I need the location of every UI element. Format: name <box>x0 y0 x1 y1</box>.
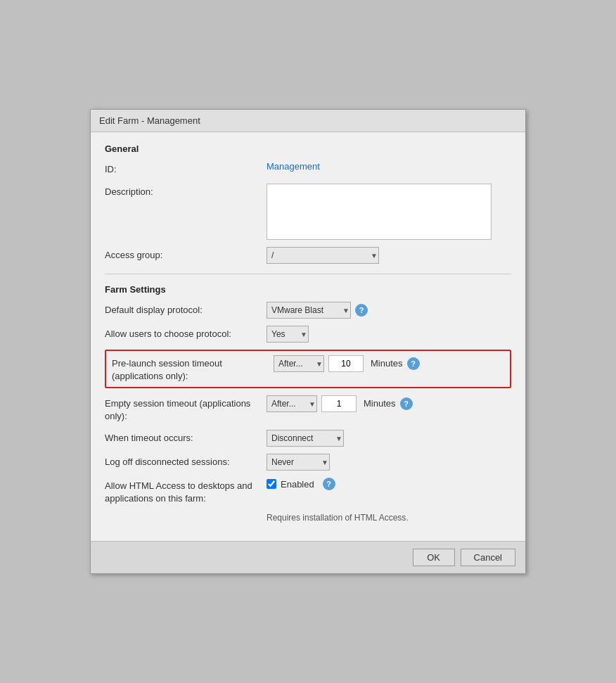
dialog-title: Edit Farm - Management <box>99 115 200 126</box>
access-group-control: / ▼ <box>267 247 511 264</box>
prelaunch-help-icon[interactable]: ? <box>407 357 420 370</box>
description-label: Description: <box>105 184 267 198</box>
allow-choose-protocol-control: Yes No ▼ <box>267 326 511 343</box>
empty-session-help-icon[interactable]: ? <box>400 397 413 410</box>
dialog-footer: OK Cancel <box>91 541 525 573</box>
default-protocol-control: VMware Blast ▼ ? <box>267 302 511 319</box>
empty-after-select[interactable]: After... Never <box>267 395 317 412</box>
allow-choose-select-wrapper: Yes No ▼ <box>267 326 309 343</box>
edit-farm-dialog: Edit Farm - Management General ID: Manag… <box>90 109 526 573</box>
html-access-label: Allow HTML Access to desktops and applic… <box>105 478 267 505</box>
access-group-select[interactable]: / <box>267 247 379 264</box>
access-group-row: Access group: / ▼ <box>105 247 511 264</box>
access-group-select-wrapper: / ▼ <box>267 247 379 264</box>
logoff-row: Log off disconnected sessions: Never Imm… <box>105 454 511 471</box>
id-value-container: Management <box>267 161 511 172</box>
id-value-link[interactable]: Management <box>267 161 320 172</box>
html-access-control: Enabled ? <box>267 478 511 490</box>
html-access-note: Requires installation of HTML Access. <box>267 513 511 523</box>
default-protocol-row: Default display protocol: VMware Blast ▼… <box>105 302 511 319</box>
empty-session-timeout-control: After... Never ▼ Minutes ? <box>267 395 511 412</box>
dialog-title-bar: Edit Farm - Management <box>91 110 525 132</box>
prelaunch-minutes-input[interactable] <box>328 355 364 372</box>
ok-button[interactable]: OK <box>413 549 455 566</box>
prelaunch-after-select[interactable]: After... Never <box>274 355 324 372</box>
when-timeout-select[interactable]: Disconnect Log off <box>267 430 344 447</box>
description-control <box>267 184 511 240</box>
logoff-control: Never Immediately ▼ <box>267 454 511 471</box>
allow-choose-protocol-row: Allow users to choose protocol: Yes No ▼ <box>105 326 511 343</box>
default-protocol-select[interactable]: VMware Blast <box>267 302 351 319</box>
prelaunch-after-select-wrapper: After... Never ▼ <box>274 355 324 372</box>
logoff-select-wrapper: Never Immediately ▼ <box>267 454 330 471</box>
prelaunch-minutes-label: Minutes <box>371 358 403 369</box>
html-access-enabled-label: Enabled <box>281 479 314 490</box>
default-protocol-label: Default display protocol: <box>105 302 267 317</box>
general-section-title: General <box>105 143 511 154</box>
prelaunch-timeout-row: Pre-launch session timeout (applications… <box>112 355 504 383</box>
id-row: ID: Management <box>105 161 511 176</box>
empty-minutes-input[interactable] <box>321 395 357 412</box>
allow-choose-select[interactable]: Yes No <box>267 326 309 343</box>
section-divider <box>105 274 511 274</box>
prelaunch-timeout-label: Pre-launch session timeout (applications… <box>112 355 274 383</box>
empty-minutes-label: Minutes <box>364 398 396 409</box>
prelaunch-timeout-highlighted: Pre-launch session timeout (applications… <box>105 350 511 388</box>
logoff-select[interactable]: Never Immediately <box>267 454 330 471</box>
id-label: ID: <box>105 161 267 176</box>
default-protocol-help-icon[interactable]: ? <box>355 304 368 317</box>
when-timeout-row: When timeout occurs: Disconnect Log off … <box>105 430 511 447</box>
description-input[interactable] <box>267 184 492 240</box>
empty-session-timeout-label: Empty session timeout (applications only… <box>105 395 267 423</box>
empty-session-timeout-row: Empty session timeout (applications only… <box>105 395 511 423</box>
when-timeout-control: Disconnect Log off ▼ <box>267 430 511 447</box>
default-protocol-select-wrapper: VMware Blast ▼ <box>267 302 351 319</box>
empty-after-select-wrapper: After... Never ▼ <box>267 395 317 412</box>
when-timeout-label: When timeout occurs: <box>105 430 267 445</box>
html-access-checkbox-wrapper: Enabled ? <box>267 478 335 490</box>
html-access-checkbox[interactable] <box>267 479 276 489</box>
prelaunch-timeout-control: After... Never ▼ Minutes ? <box>274 355 504 372</box>
html-access-row: Allow HTML Access to desktops and applic… <box>105 478 511 505</box>
access-group-label: Access group: <box>105 247 267 262</box>
cancel-button[interactable]: Cancel <box>461 549 515 566</box>
dialog-body: General ID: Management Description: Acce… <box>91 132 525 540</box>
description-row: Description: <box>105 184 511 240</box>
logoff-label: Log off disconnected sessions: <box>105 454 267 468</box>
html-access-help-icon[interactable]: ? <box>323 478 335 490</box>
when-timeout-select-wrapper: Disconnect Log off ▼ <box>267 430 344 447</box>
allow-choose-protocol-label: Allow users to choose protocol: <box>105 326 267 340</box>
farm-settings-section-title: Farm Settings <box>105 284 511 295</box>
